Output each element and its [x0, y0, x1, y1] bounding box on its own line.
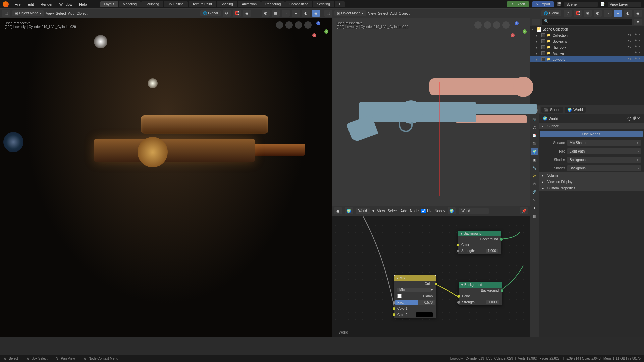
cursor-icon[interactable]: ↖	[638, 57, 643, 62]
nav-gizmo-left[interactable]: Z Y X	[308, 21, 328, 42]
cursor-icon[interactable]: ↖	[638, 45, 643, 50]
strength-value[interactable]: 1.000	[486, 249, 498, 253]
tab-scripting[interactable]: Scripting	[313, 1, 334, 7]
axis-x-icon[interactable]: X	[511, 33, 515, 37]
select-menu-left[interactable]: Select	[56, 11, 66, 15]
outliner-type-icon[interactable]: ☰	[532, 19, 540, 25]
shading-solid-r-icon[interactable]: ●	[614, 10, 622, 17]
add-menu-right[interactable]: Add	[390, 11, 397, 15]
surface-panel-header[interactable]: ▾Surface	[539, 123, 644, 129]
world-datablock-selector[interactable]: 🌍 World◯ 🗐 ✕	[541, 115, 642, 122]
export-button[interactable]: ↗ Export	[507, 1, 529, 7]
tab-texture-icon[interactable]: ▦	[531, 212, 538, 220]
tab-object-icon[interactable]: ▣	[531, 156, 538, 163]
axis-x-icon[interactable]: X	[312, 33, 316, 37]
clamp-checkbox[interactable]	[397, 294, 402, 298]
world-datablock[interactable]: World	[459, 208, 489, 214]
axis-y-icon[interactable]: Y	[324, 29, 328, 34]
orientation-right[interactable]: 🌐 Global	[541, 10, 561, 16]
eye-icon[interactable]: 👁	[633, 57, 637, 62]
overlays-icon-r[interactable]: ◐	[594, 10, 602, 17]
pin-icon[interactable]: 📌	[520, 207, 528, 214]
node-background-1[interactable]: ▾ Background Background Color Strength:1…	[458, 231, 501, 254]
grid-toggle-icon[interactable]	[276, 21, 283, 29]
axis-z-icon[interactable]: Z	[316, 21, 320, 25]
menu-window[interactable]: Window	[56, 0, 76, 8]
tab-material-icon[interactable]: ●	[531, 204, 538, 212]
tab-rendering[interactable]: Rendering	[261, 1, 285, 7]
snap-icon[interactable]: 🧲	[233, 10, 241, 17]
menu-edit[interactable]: Edit	[24, 0, 37, 8]
collection-row[interactable]: ▸✓📁Highpoly ▾2👁↖	[530, 44, 644, 50]
shader-field[interactable]: Backgroun ○	[567, 165, 641, 171]
tab-texture-paint[interactable]: Texture Paint	[189, 1, 216, 7]
scene-pill[interactable]: 🎬 Scene	[541, 107, 563, 113]
axis-z-icon[interactable]: Z	[515, 21, 519, 25]
editor-type-icon-r[interactable]: ⬚	[324, 10, 332, 17]
tab-world-icon[interactable]: 🌍	[531, 148, 538, 155]
tab-data-icon[interactable]: ▽	[531, 196, 538, 203]
cursor-icon[interactable]: ↖	[638, 51, 643, 56]
tab-uv-editing[interactable]: UV Editing	[164, 1, 187, 7]
world-data-icon[interactable]: 🌍	[448, 207, 456, 214]
pan-icon[interactable]	[493, 21, 500, 29]
collection-row-selected[interactable]: ▸✓📁Lowpoly ▾3👁↖	[530, 56, 644, 62]
mode-selector-left[interactable]: ▣ Object Mode ▾	[12, 10, 44, 16]
proportional-icon[interactable]: ◉	[243, 10, 251, 17]
editor-type-node-icon[interactable]: ◉	[334, 207, 342, 214]
blender-logo-icon[interactable]	[3, 1, 9, 7]
node-view-menu[interactable]: View	[377, 209, 385, 213]
node-title[interactable]: ▾ Mix	[394, 275, 436, 281]
cursor-icon[interactable]: ↖	[638, 33, 643, 38]
outliner-search[interactable]: 🔍	[542, 19, 632, 25]
filter-icon[interactable]: ▼	[634, 19, 642, 25]
use-nodes-button[interactable]: Use Nodes	[540, 131, 643, 137]
menu-render[interactable]: Render	[37, 0, 56, 8]
viewport-solid[interactable]: User Perspective (220) Lowpoly | Cylinde…	[332, 18, 530, 206]
add-menu-left[interactable]: Add	[68, 11, 75, 15]
viewport-display-panel-header[interactable]: ▸Viewport Display	[539, 179, 644, 185]
node-title[interactable]: ▾ Background	[458, 231, 501, 236]
cursor-icon[interactable]: ↖	[638, 39, 643, 44]
object-menu-right[interactable]: Object	[399, 11, 410, 15]
pan-icon[interactable]	[295, 21, 302, 29]
shader-field[interactable]: Backgroun ○	[567, 157, 641, 163]
tab-constraint-icon[interactable]: 🔗	[531, 188, 538, 195]
snap-icon-r[interactable]: 🧲	[574, 10, 582, 17]
node-add-menu[interactable]: Add	[400, 209, 407, 213]
use-nodes-toggle[interactable]: Use Nodes	[421, 209, 445, 213]
volume-panel-header[interactable]: ▸Volume	[539, 172, 644, 179]
pivot-icon[interactable]: ⊙	[223, 10, 231, 17]
scene-collection-row[interactable]: ▾📁Scene Collection	[530, 26, 644, 32]
node-node-menu[interactable]: Node	[410, 209, 419, 213]
tab-modifier-icon[interactable]: 🔧	[531, 164, 538, 171]
world-shader-icon[interactable]: 🌍	[345, 207, 353, 214]
xray-icon[interactable]: ▦	[272, 10, 280, 17]
node-canvas[interactable]: ▾ Background Background Color Strength:1…	[332, 216, 530, 338]
world-dropdown[interactable]: World	[356, 208, 370, 214]
blend-mode-select[interactable]: Mix	[397, 288, 431, 292]
tab-animation[interactable]: Animation	[238, 1, 261, 7]
camera-icon[interactable]	[285, 21, 293, 29]
grid-toggle-icon[interactable]	[474, 21, 482, 29]
collection-row[interactable]: ▸✓📁Booleans ▾9👁↖	[530, 38, 644, 44]
select-menu-right[interactable]: Select	[378, 11, 388, 15]
menu-help[interactable]: Help	[76, 0, 90, 8]
mode-selector-right[interactable]: ▣ Object Mode ▾	[334, 10, 366, 16]
eye-icon[interactable]: 👁	[633, 33, 637, 38]
editor-type-icon[interactable]: ⬚	[2, 10, 10, 17]
node-mix[interactable]: ▾ Mix Color Mix ▾ Clamp Fac:0.578 Color1…	[394, 275, 436, 318]
tab-layout[interactable]: Layout	[100, 1, 118, 7]
eye-icon[interactable]: 👁	[633, 45, 637, 50]
overlays-icon[interactable]: ◐	[262, 10, 270, 17]
object-menu-left[interactable]: Object	[77, 11, 88, 15]
shading-solid-icon[interactable]: ●	[292, 10, 300, 17]
proportional-icon-r[interactable]: ◉	[584, 10, 592, 17]
tab-modeling[interactable]: Modeling	[119, 1, 141, 7]
shading-rendered-r-icon[interactable]: ◉	[634, 10, 642, 17]
custom-props-panel-header[interactable]: ▸Custom Properties	[539, 185, 644, 191]
viewport-rendered[interactable]: User Perspective (220) Lowpoly | Cylinde…	[0, 18, 332, 337]
tab-particle-icon[interactable]: ✨	[531, 172, 538, 179]
shading-matdev-icon[interactable]: ◐	[302, 10, 310, 17]
camera-icon[interactable]	[484, 21, 491, 29]
